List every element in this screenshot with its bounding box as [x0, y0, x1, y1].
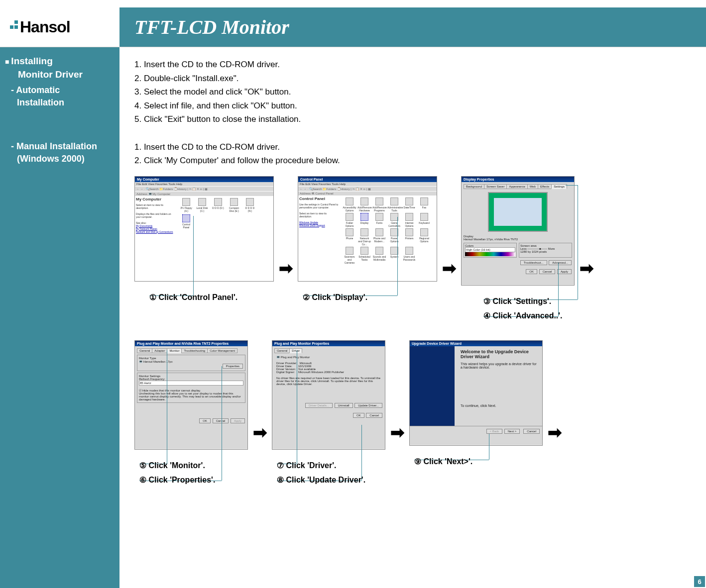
- sidebar-sub-manual-line2: (Windows 2000): [5, 153, 115, 165]
- caption-5: ⑤ Click 'Monitor'.: [134, 461, 205, 470]
- caption-8: ⑧ Click 'Update Driver'.: [272, 475, 365, 485]
- control-panel-icon[interactable]: [182, 214, 190, 222]
- window-title: Control Panel: [298, 177, 437, 182]
- screenshot-driver-properties: Plug and Play Monitor Properties General…: [272, 340, 385, 485]
- sidebar-heading: Installing: [5, 55, 115, 68]
- caption-7: ⑦ Click 'Driver'.: [272, 461, 336, 470]
- display-icon[interactable]: [360, 213, 368, 221]
- manual-step-2: 2. Click 'My Computer' and follow the pr…: [134, 154, 697, 167]
- window-title: Plug and Play Monitor and NVidia Riva TN…: [135, 341, 247, 346]
- screenshot-row-2: Plug and Play Monitor and NVidia Riva TN…: [134, 340, 697, 485]
- monitor-tab[interactable]: Monitor: [167, 348, 182, 353]
- auto-step-5: 5. Click "Exit" button to close the inst…: [134, 113, 697, 126]
- manual-step-1: 1. Insert the CD to the CD-ROM driver.: [134, 141, 697, 154]
- automatic-steps: 1. Insert the CD to the CD-ROM driver. 2…: [134, 58, 697, 126]
- brand-name: Hansol: [20, 18, 70, 36]
- sidebar: Installing Monitor Driver - Automatic In…: [0, 47, 119, 588]
- sidebar-sub-manual: - Manual Installation: [5, 140, 115, 153]
- driver-tab[interactable]: Driver: [289, 348, 302, 353]
- content-area: 1. Insert the CD to the CD-ROM driver. 2…: [119, 47, 706, 588]
- caption-9: ⑨ Click 'Next>'.: [409, 457, 472, 466]
- settings-tab[interactable]: Settings: [551, 184, 567, 189]
- screenshot-control-panel: Control Panel File Edit View Favorites T…: [298, 176, 437, 302]
- screenshot-upgrade-wizard: Upgrade Device Driver Wizard Welcome to …: [409, 340, 543, 466]
- caption-3: ③ Click 'Settings'.: [461, 296, 551, 306]
- auto-step-3: 3. Select the model and click "OK" butto…: [134, 86, 697, 98]
- arrow-icon: ➡: [547, 422, 563, 442]
- auto-step-1: 1. Insert the CD to the CD-ROM driver.: [134, 58, 697, 71]
- caption-6: ⑥ Click 'Properties'.: [134, 475, 215, 485]
- screenshot-monitor-properties: Plug and Play Monitor and NVidia Riva TN…: [134, 340, 248, 485]
- sidebar-heading-line2: Monitor Driver: [5, 68, 115, 82]
- arrow-icon: ➡: [579, 258, 594, 278]
- brand-logo: Hansol: [0, 7, 119, 47]
- page-number: 6: [694, 576, 705, 587]
- advanced-button[interactable]: Advanced...: [549, 260, 572, 265]
- page-title: TFT-LCD Monitor: [134, 15, 289, 39]
- arrow-icon: ➡: [441, 258, 457, 278]
- page-title-bar: TFT-LCD Monitor: [119, 7, 706, 47]
- caption-4: ④ Click 'Advanced..'.: [461, 311, 563, 320]
- arrow-icon: ➡: [389, 422, 405, 442]
- caption-2: ② Click 'Display'.: [298, 293, 367, 302]
- properties-button[interactable]: Properties: [223, 364, 243, 369]
- manual-steps: 1. Insert the CD to the CD-ROM driver. 2…: [134, 141, 697, 167]
- update-driver-button[interactable]: Update Driver...: [354, 403, 382, 408]
- window-title: My Computer: [135, 177, 273, 182]
- auto-step-4: 4. Select inf file, and then click "OK" …: [134, 99, 697, 112]
- auto-step-2: 2. Double-click "Install.exe".: [134, 72, 697, 85]
- screenshot-my-computer: My Computer File Edit View Favorites Too…: [134, 176, 274, 302]
- window-title: Display Properties: [462, 177, 574, 182]
- arrow-icon: ➡: [252, 422, 268, 442]
- screenshot-row-1: My Computer File Edit View Favorites Too…: [134, 176, 697, 320]
- caption-1: ① Click 'Control Panel'.: [134, 293, 237, 302]
- next-button[interactable]: Next >: [504, 429, 520, 434]
- window-title: Upgrade Device Driver Wizard: [410, 341, 542, 346]
- screenshot-display-properties: Display Properties Background Screen Sav…: [461, 176, 575, 320]
- sidebar-sub-automatic: - Automatic: [5, 84, 115, 97]
- arrow-icon: ➡: [278, 258, 294, 278]
- window-title: Plug and Play Monitor Properties: [272, 341, 385, 346]
- sidebar-sub-automatic-line2: Installation: [5, 97, 115, 109]
